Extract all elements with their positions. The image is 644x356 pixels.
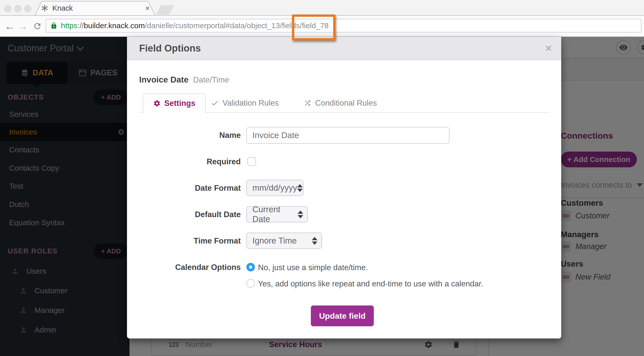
window-close-button[interactable] bbox=[4, 5, 11, 12]
calendar-radio-yes-label[interactable]: Yes, add options like repeat and end-tim… bbox=[258, 279, 483, 288]
url-domain: builder.knack.com bbox=[84, 21, 145, 30]
gear-icon bbox=[153, 100, 161, 107]
tab-settings[interactable]: Settings bbox=[143, 93, 206, 113]
close-icon[interactable]: × bbox=[545, 42, 552, 54]
screen: Knack × ← → https://builder.knack.com/da… bbox=[0, 0, 644, 356]
date-format-select[interactable]: mm/dd/yyyy bbox=[246, 180, 303, 196]
calendar-options-label: Calendar Options bbox=[127, 263, 241, 272]
field-type: Date/Time bbox=[193, 75, 229, 85]
calendar-radio-no[interactable] bbox=[246, 263, 255, 271]
time-format-select[interactable]: Ignore Time bbox=[246, 233, 322, 249]
name-label: Name bbox=[127, 131, 241, 140]
field-name: Invoice Date bbox=[139, 75, 188, 85]
tab-title: Knack bbox=[52, 4, 73, 12]
new-tab-button[interactable] bbox=[156, 5, 174, 15]
check-icon bbox=[211, 99, 219, 107]
calendar-radio-no-label[interactable]: No, just use a simple date/time. bbox=[258, 263, 368, 272]
date-format-label: Date Format bbox=[127, 184, 241, 193]
field-options-modal: Field Options × Invoice Date Date/Time S… bbox=[127, 37, 561, 338]
calendar-radio-yes[interactable] bbox=[246, 279, 255, 288]
lock-icon bbox=[50, 22, 57, 29]
url-highlight-box bbox=[292, 14, 335, 40]
tab-strip: Knack × bbox=[0, 0, 644, 16]
select-stepper-icon bbox=[312, 237, 317, 245]
url-separator: :// bbox=[77, 21, 84, 30]
reload-button[interactable] bbox=[30, 16, 44, 36]
url-scheme: https bbox=[61, 21, 77, 30]
select-stepper-icon bbox=[298, 211, 303, 218]
default-date-select[interactable]: Current Date bbox=[246, 206, 308, 222]
select-stepper-icon bbox=[297, 184, 303, 192]
modal-title: Field Options bbox=[139, 43, 201, 54]
tab-close-icon[interactable]: × bbox=[145, 4, 150, 12]
update-field-button[interactable]: Update field bbox=[311, 305, 374, 326]
time-format-label: Time Format bbox=[127, 236, 241, 246]
required-label: Required bbox=[127, 157, 241, 166]
shuffle-icon bbox=[303, 99, 312, 107]
name-input[interactable] bbox=[246, 127, 449, 144]
url-bar[interactable]: https://builder.knack.com/danielle/custo… bbox=[46, 19, 641, 33]
window-minimize-button[interactable] bbox=[14, 5, 21, 12]
window-zoom-button[interactable] bbox=[24, 5, 31, 12]
required-checkbox[interactable] bbox=[247, 157, 256, 166]
forward-button[interactable]: → bbox=[16, 16, 29, 36]
tab-validation-rules[interactable]: Validation Rules bbox=[211, 93, 279, 113]
knack-favicon bbox=[41, 4, 49, 12]
default-date-label: Default Date bbox=[127, 210, 241, 219]
tab-conditional-rules[interactable]: Conditional Rules bbox=[303, 93, 377, 113]
back-button[interactable]: ← bbox=[3, 16, 17, 36]
modal-header: Field Options × bbox=[127, 37, 561, 60]
